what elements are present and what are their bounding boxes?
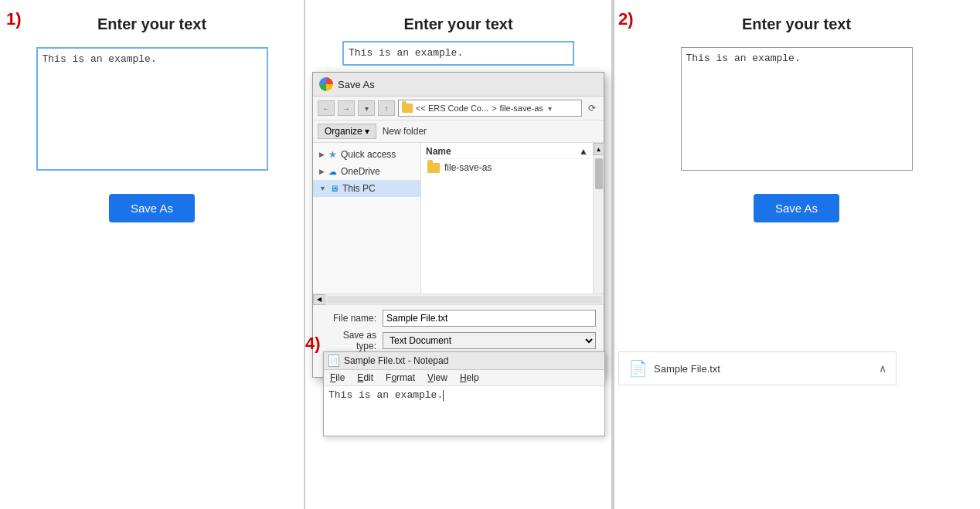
this-pc-icon: 🖥 [330, 184, 339, 193]
menu-format[interactable]: Format [384, 372, 417, 384]
organize-button[interactable]: Organize ▾ [318, 124, 376, 139]
organize-label: Organize [325, 126, 362, 137]
dialog-title: Save As [338, 79, 375, 90]
step1-label: 1) [6, 9, 22, 29]
dropdown-button[interactable]: ▾ [358, 100, 375, 116]
scroll-thumb[interactable] [595, 158, 603, 189]
organize-arrow: ▾ [365, 126, 369, 137]
section-1: 1) Enter your text This is an example. S… [0, 0, 305, 509]
sidebar-onedrive[interactable]: ▶ ☁ OneDrive [313, 163, 420, 180]
menu-view[interactable]: View [426, 372, 449, 384]
sort-arrow: ▲ [579, 146, 588, 157]
notepad-window: 📄 Sample File.txt - Notepad File Edit Fo… [323, 351, 605, 436]
section3-heading: Enter your text [742, 15, 851, 33]
dialog-titlebar: Save As [313, 73, 604, 97]
text-cursor [443, 390, 444, 401]
sidebar-quick-access[interactable]: ▶ ★ Quick access [313, 146, 420, 163]
address-part2: file-save-as [500, 103, 543, 113]
address-dropdown-arrow[interactable]: ▾ [548, 104, 552, 113]
forward-button[interactable]: → [338, 100, 355, 116]
vertical-scrollbar[interactable]: ▲ [593, 143, 604, 294]
sidebar-this-pc[interactable]: ▼ 🖥 This PC [313, 180, 420, 197]
horizontal-scrollbar[interactable]: ◀ [313, 294, 604, 304]
saveastype-select[interactable]: Text Document [383, 332, 596, 349]
address-sep: > [492, 103, 496, 113]
notepad-content[interactable]: This is an example. [324, 386, 604, 404]
notepad-titlebar: 📄 Sample File.txt - Notepad [324, 352, 604, 370]
address-bar[interactable]: << ERS Code Co... > file-save-as ▾ [398, 100, 582, 117]
scroll-up-arrow[interactable]: ▲ [594, 143, 604, 155]
onedrive-label: OneDrive [341, 166, 380, 177]
notepad-text: This is an example. [328, 389, 443, 401]
refresh-button[interactable]: ⟳ [585, 101, 599, 115]
section-3: 3) Enter your text This is an example. S… [613, 0, 980, 509]
saved-file-name: Sample File.txt [654, 363, 720, 375]
file-saved-content: 📄 Sample File.txt [628, 359, 720, 378]
this-pc-arrow: ▼ [319, 185, 326, 192]
new-folder-button[interactable]: New folder [383, 126, 427, 137]
onedrive-arrow: ▶ [319, 168, 325, 175]
saved-file-icon: 📄 [628, 359, 648, 378]
notepad-app-icon: 📄 [328, 355, 339, 367]
chrome-icon [319, 77, 333, 91]
notepad-title: Sample File.txt - Notepad [344, 355, 448, 366]
quick-access-icon: ★ [328, 149, 337, 160]
back-button[interactable]: ← [318, 100, 335, 116]
menu-file[interactable]: File [328, 372, 346, 384]
saveas-dialog: Save As ← → ▾ ↑ << ERS Code Co... > file… [312, 72, 604, 378]
menu-edit[interactable]: Edit [356, 372, 375, 384]
dialog-nav-toolbar: ← → ▾ ↑ << ERS Code Co... > file-save-as… [313, 97, 604, 120]
address-part1: << ERS Code Co... [416, 103, 488, 113]
menu-help[interactable]: Help [458, 372, 481, 384]
section1-heading: Enter your text [97, 15, 206, 33]
quick-access-arrow: ▶ [319, 151, 325, 158]
filename-input[interactable] [383, 310, 596, 327]
onedrive-icon: ☁ [328, 167, 337, 177]
horizontal-scroll-track [327, 296, 602, 304]
saveastype-label: Save as type: [321, 330, 383, 351]
dialog-file-area: Name ▲ file-save-as [421, 143, 593, 294]
section2-heading: Enter your text [403, 15, 512, 33]
filename-row: File name: [321, 310, 596, 327]
name-column-header: Name [426, 146, 451, 157]
organize-toolbar: Organize ▾ New folder [313, 120, 604, 143]
step4-label: 4) [305, 334, 321, 354]
file-item-name: file-save-as [444, 162, 492, 173]
section3-textarea[interactable]: This is an example. [681, 47, 913, 171]
file-item-file-save-as[interactable]: file-save-as [423, 159, 591, 176]
section3-save-button[interactable]: Save As [754, 194, 839, 222]
filename-label: File name: [321, 313, 383, 324]
file-saved-bar: 📄 Sample File.txt ∧ [618, 351, 897, 385]
scroll-left-arrow[interactable]: ◀ [313, 294, 325, 305]
section1-save-button[interactable]: Save As [109, 194, 195, 222]
this-pc-label: This PC [342, 183, 376, 194]
dialog-sidebar: ▶ ★ Quick access ▶ ☁ OneDrive ▼ 🖥 This P… [313, 143, 421, 294]
section2-text-display: This is an example. [342, 41, 574, 66]
dialog-body-area: ▶ ★ Quick access ▶ ☁ OneDrive ▼ 🖥 This P… [313, 143, 604, 294]
folder-icon [402, 103, 413, 113]
section1-textarea[interactable]: This is an example. [36, 47, 268, 171]
quick-access-label: Quick access [341, 149, 396, 160]
file-list-header: Name ▲ [423, 144, 591, 159]
notepad-menubar: File Edit Format View Help [324, 370, 604, 386]
saved-file-chevron[interactable]: ∧ [879, 362, 886, 375]
file-folder-icon [427, 163, 440, 173]
saveastype-row: Save as type: Text Document [321, 330, 596, 351]
up-button[interactable]: ↑ [378, 100, 395, 116]
